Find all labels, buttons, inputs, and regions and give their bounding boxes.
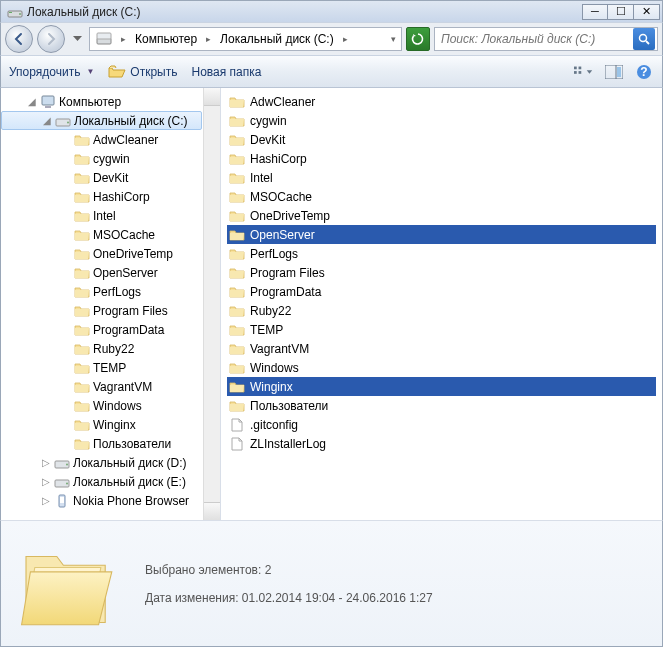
list-item[interactable]: ProgramData [227, 282, 656, 301]
file-name: .gitconfig [250, 418, 298, 432]
svg-rect-25 [60, 497, 64, 503]
chevron-down-icon[interactable]: ▾ [388, 34, 399, 44]
window-controls: ─ ☐ ✕ [582, 4, 660, 20]
refresh-button[interactable] [406, 27, 430, 51]
tree-item[interactable]: AdwCleaner [1, 130, 220, 149]
preview-pane-button[interactable] [604, 63, 624, 81]
list-item[interactable]: .gitconfig [227, 415, 656, 434]
tree-item[interactable]: Пользователи [1, 434, 220, 453]
tree-item[interactable]: PerfLogs [1, 282, 220, 301]
tree-item-label: Ruby22 [93, 342, 134, 356]
tree-item[interactable]: ▷Локальный диск (E:) [1, 472, 220, 491]
organize-menu[interactable]: Упорядочить ▼ [9, 65, 94, 79]
file-name: HashiCorp [250, 152, 307, 166]
tree-item[interactable]: ▷Локальный диск (D:) [1, 453, 220, 472]
search-button[interactable] [633, 28, 655, 50]
tree-item[interactable]: DevKit [1, 168, 220, 187]
tree-item[interactable]: Program Files [1, 301, 220, 320]
view-menu[interactable] [574, 63, 594, 81]
list-item[interactable]: Windows [227, 358, 656, 377]
drive-icon [92, 28, 116, 50]
tree-item[interactable]: TEMP [1, 358, 220, 377]
svg-point-21 [66, 463, 68, 465]
svg-rect-16 [42, 96, 54, 105]
search-box[interactable] [434, 27, 658, 51]
chevron-right-icon[interactable]: ▸ [203, 34, 214, 44]
chevron-right-icon[interactable]: ▸ [118, 34, 129, 44]
list-item[interactable]: OpenServer [227, 225, 656, 244]
close-button[interactable]: ✕ [634, 4, 660, 20]
list-item[interactable]: PerfLogs [227, 244, 656, 263]
tree-item[interactable]: OpenServer [1, 263, 220, 282]
file-name: Ruby22 [250, 304, 291, 318]
list-item[interactable]: AdwCleaner [227, 92, 656, 111]
list-item[interactable]: HashiCorp [227, 149, 656, 168]
file-name: OneDriveTemp [250, 209, 330, 223]
search-input[interactable] [437, 32, 633, 46]
list-item[interactable]: Program Files [227, 263, 656, 282]
list-item[interactable]: ZLInstallerLog [227, 434, 656, 453]
forward-button[interactable] [37, 25, 65, 53]
list-item[interactable]: Пользователи [227, 396, 656, 415]
list-item[interactable]: MSOCache [227, 187, 656, 206]
expander-icon[interactable]: ▷ [40, 495, 51, 506]
expander-icon[interactable]: ▷ [40, 476, 51, 487]
tree-item[interactable]: ◢Локальный диск (C:) [1, 111, 202, 130]
minimize-button[interactable]: ─ [582, 4, 608, 20]
list-item[interactable]: VagrantVM [227, 339, 656, 358]
tree-item-label: OneDriveTemp [93, 247, 173, 261]
tree-item[interactable]: ProgramData [1, 320, 220, 339]
svg-rect-7 [574, 66, 577, 69]
svg-rect-10 [579, 71, 582, 74]
window-title: Локальный диск (C:) [27, 5, 582, 19]
tree-item[interactable]: Winginx [1, 415, 220, 434]
list-item[interactable]: DevKit [227, 130, 656, 149]
navbar: ▸ Компьютер ▸ Локальный диск (C:) ▸ ▾ [0, 22, 663, 56]
tree-item[interactable]: VagrantVM [1, 377, 220, 396]
tree-item-label: Компьютер [59, 95, 121, 109]
expander-icon[interactable]: ▷ [40, 457, 51, 468]
tree-item[interactable]: ◢Компьютер [1, 92, 220, 111]
tree-item[interactable]: OneDriveTemp [1, 244, 220, 263]
tree-item-label: Локальный диск (E:) [73, 475, 186, 489]
new-folder-button[interactable]: Новая папка [191, 65, 261, 79]
list-item[interactable]: TEMP [227, 320, 656, 339]
file-list[interactable]: AdwCleanercygwinDevKitHashiCorpIntelMSOC… [221, 88, 662, 520]
tree-item[interactable]: ▷Nokia Phone Browser [1, 491, 220, 510]
tree-item-label: DevKit [93, 171, 128, 185]
maximize-button[interactable]: ☐ [608, 4, 634, 20]
help-button[interactable]: ? [634, 63, 654, 81]
tree-item[interactable]: Ruby22 [1, 339, 220, 358]
back-button[interactable] [5, 25, 33, 53]
scrollbar[interactable] [203, 88, 220, 520]
details-text: Выбрано элементов: 2 Дата изменения: 01.… [145, 563, 648, 605]
tree-item-label: Локальный диск (D:) [73, 456, 187, 470]
expander-icon[interactable]: ◢ [26, 96, 37, 107]
file-name: ZLInstallerLog [250, 437, 326, 451]
tree-item[interactable]: Intel [1, 206, 220, 225]
list-item[interactable]: cygwin [227, 111, 656, 130]
tree-item[interactable]: HashiCorp [1, 187, 220, 206]
titlebar: Локальный диск (C:) ─ ☐ ✕ [0, 0, 663, 22]
expander-icon[interactable]: ◢ [41, 115, 52, 126]
list-item[interactable]: Winginx [227, 377, 656, 396]
svg-rect-13 [617, 67, 621, 77]
file-name: PerfLogs [250, 247, 298, 261]
list-item[interactable]: OneDriveTemp [227, 206, 656, 225]
file-name: Windows [250, 361, 299, 375]
breadcrumb[interactable]: ▸ Компьютер ▸ Локальный диск (C:) ▸ ▾ [89, 27, 402, 51]
tree-item[interactable]: cygwin [1, 149, 220, 168]
chevron-right-icon[interactable]: ▸ [340, 34, 351, 44]
toolbar: Упорядочить ▼ Открыть Новая папка ? [0, 56, 663, 88]
list-item[interactable]: Ruby22 [227, 301, 656, 320]
tree-item-label: Пользователи [93, 437, 171, 451]
nav-history-dropdown[interactable] [69, 26, 85, 52]
breadcrumb-segment[interactable]: Локальный диск (C:) [216, 28, 338, 50]
open-label: Открыть [130, 65, 177, 79]
tree-item[interactable]: MSOCache [1, 225, 220, 244]
file-name: cygwin [250, 114, 287, 128]
tree-item[interactable]: Windows [1, 396, 220, 415]
breadcrumb-segment[interactable]: Компьютер [131, 28, 201, 50]
list-item[interactable]: Intel [227, 168, 656, 187]
open-button[interactable]: Открыть [108, 64, 177, 80]
